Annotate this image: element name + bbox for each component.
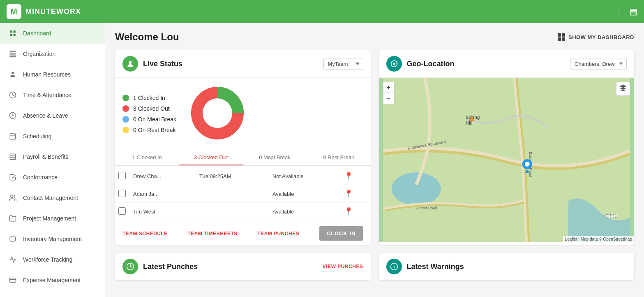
location-pin[interactable]: 📍 xyxy=(344,172,353,180)
geo-location-title-area: Geo-Location xyxy=(386,56,455,72)
legend-label: 3 Clocked Out xyxy=(133,105,170,112)
employee-checkbox[interactable] xyxy=(118,207,126,215)
status-tab[interactable]: 0 Meal Break xyxy=(243,150,307,165)
team-timesheets-link[interactable]: TEAM TIMESHEETS xyxy=(187,231,238,237)
live-status-header: Live Status MyTeamAll Teams xyxy=(115,50,371,78)
human-resources-icon xyxy=(8,70,17,79)
logo-box: M xyxy=(7,4,21,19)
sidebar-item-dashboard[interactable]: Dashboard xyxy=(0,23,105,44)
expense-management-icon xyxy=(8,276,17,285)
sidebar: Dashboard Organization Human Resources T… xyxy=(0,23,105,297)
live-status-body: 1 Clocked In 3 Clocked Out 0 On Meal Bre… xyxy=(115,78,371,150)
employee-table: Drew Cha... Tue 09:25AM Not Available 📍 … xyxy=(115,167,371,220)
scheduling-icon xyxy=(8,132,17,141)
status-tab[interactable]: 0 Rest Break xyxy=(307,150,370,165)
map-inner: Petawawa Boulevard Airport Road Bissmuth… xyxy=(379,78,635,242)
sidebar-item-organization[interactable]: Organization xyxy=(0,44,105,64)
geo-location-header: Geo-Location Chambers, Drew xyxy=(379,50,635,78)
svg-point-21 xyxy=(129,61,132,64)
svg-point-27 xyxy=(391,172,441,205)
map-container[interactable]: Petawawa Boulevard Airport Road Bissmuth… xyxy=(379,78,635,242)
team-dropdown[interactable]: MyTeamAll Teams xyxy=(323,58,363,70)
svg-text:Airport Road: Airport Road xyxy=(416,206,437,210)
sidebar-label-conformance: Conformance xyxy=(23,174,58,181)
sidebar-item-absence-leave[interactable]: Absence & Leave xyxy=(0,105,105,126)
employee-name: Tim West xyxy=(130,203,196,220)
live-status-icon xyxy=(122,56,138,72)
sidebar-item-expense-management[interactable]: Expense Management xyxy=(0,270,105,290)
sidebar-item-project-management[interactable]: Project Management xyxy=(0,208,105,229)
dashboard-grid: Live Status MyTeamAll Teams 1 Clocked In… xyxy=(115,50,634,245)
sidebar-item-workforce-tracking[interactable]: Workforce Tracking xyxy=(0,249,105,270)
svg-text:CR 51: CR 51 xyxy=(605,214,617,218)
logo-area[interactable]: M MINUTEWORX xyxy=(7,4,81,19)
sidebar-label-expense-management: Expense Management xyxy=(23,277,81,283)
map-attribution: Leaflet | Map data © OpenStreetMap xyxy=(563,236,634,242)
conformance-icon xyxy=(8,173,17,182)
legend-label: 0 On Rest Break xyxy=(133,127,176,133)
sidebar-label-dashboard: Dashboard xyxy=(23,30,51,37)
view-punches-link[interactable]: VIEW PUNCHES xyxy=(323,264,363,269)
page-title: Welcome Lou xyxy=(115,31,179,43)
employee-checkbox[interactable] xyxy=(118,190,126,197)
geo-location-title: Geo-Location xyxy=(407,60,455,68)
zoom-out-button[interactable]: − xyxy=(383,93,394,104)
legend-items: 1 Clocked In 3 Clocked Out 0 On Meal Bre… xyxy=(122,95,176,133)
sidebar-label-organization: Organization xyxy=(23,51,55,57)
table-row: Tim West Available 📍 xyxy=(115,203,371,220)
sidebar-item-contact-management[interactable]: Contact Management xyxy=(0,188,105,208)
absence-leave-icon xyxy=(8,111,17,120)
legend-item: 0 On Rest Break xyxy=(122,127,176,133)
project-management-icon xyxy=(8,214,17,223)
contact-management-icon xyxy=(8,193,17,202)
clock-in-button[interactable]: CLOCK IN xyxy=(319,226,363,241)
legend-dot xyxy=(122,116,129,123)
svg-rect-11 xyxy=(10,134,16,139)
status-tab[interactable]: 1 Clocked In xyxy=(115,150,179,165)
latest-warnings-card: i Latest Warnings xyxy=(379,253,635,280)
show-dashboard-button[interactable]: SHOW MY DASHBOARD xyxy=(558,33,634,41)
latest-punches-title-area: Latest Punches xyxy=(122,259,198,274)
location-pin[interactable]: 📍 xyxy=(344,190,353,198)
zoom-in-button[interactable]: + xyxy=(383,82,394,93)
employee-time: Tue 09:25AM xyxy=(196,167,269,185)
status-legend-donut: 1 Clocked In 3 Clocked Out 0 On Meal Bre… xyxy=(122,84,363,144)
sidebar-label-absence-leave: Absence & Leave xyxy=(23,112,68,119)
map-zoom-controls: + − xyxy=(383,82,395,104)
sidebar-item-payroll-benefits[interactable]: Payroll & Benefits xyxy=(0,146,105,167)
more-icon[interactable]: ⋮ xyxy=(615,7,623,16)
sidebar-item-human-resources[interactable]: Human Resources xyxy=(0,64,105,85)
team-punches-link[interactable]: TEAM PUNCHES xyxy=(257,231,299,237)
main-content: Welcome Lou SHOW MY DASHBOARD Live Statu… xyxy=(105,23,644,297)
employee-status: Not Available xyxy=(269,167,341,185)
team-schedule-link[interactable]: TEAM SCHEDULE xyxy=(122,231,168,237)
location-pin[interactable]: 📍 xyxy=(344,207,353,216)
sidebar-item-time-attendance[interactable]: Time & Attendance xyxy=(0,85,105,105)
sidebar-label-project-management: Project Management xyxy=(23,215,76,222)
employee-name: Drew Cha... xyxy=(130,167,196,185)
person-dropdown[interactable]: Chambers, Drew xyxy=(570,58,627,70)
sidebar-item-conformance[interactable]: Conformance xyxy=(0,167,105,188)
svg-rect-0 xyxy=(10,30,12,32)
donut-chart xyxy=(189,84,246,144)
employee-time xyxy=(196,203,269,220)
inventory-management-icon xyxy=(8,234,17,244)
sidebar-label-workforce-tracking: Workforce Tracking xyxy=(23,256,72,263)
map-layer-button[interactable] xyxy=(616,82,630,96)
action-row: TEAM SCHEDULE TEAM TIMESHEETS TEAM PUNCH… xyxy=(115,220,371,245)
employee-name: Adam Ja... xyxy=(130,185,196,203)
employee-time xyxy=(196,185,269,203)
sidebar-item-user-guide[interactable]: User Guide xyxy=(0,290,105,297)
legend-item: 0 On Meal Break xyxy=(122,116,176,123)
svg-rect-7 xyxy=(10,56,16,57)
latest-punches-header: Latest Punches VIEW PUNCHES xyxy=(115,253,371,280)
sidebar-item-inventory-management[interactable]: Inventory Management xyxy=(0,229,105,249)
latest-punches-icon xyxy=(122,259,138,274)
doc-icon[interactable]: ▤ xyxy=(630,7,637,16)
bottom-row: Latest Punches VIEW PUNCHES i Latest War… xyxy=(115,253,634,280)
legend-item: 1 Clocked In xyxy=(122,95,176,101)
employee-checkbox[interactable] xyxy=(118,172,126,179)
sidebar-item-scheduling[interactable]: Scheduling xyxy=(0,126,105,146)
sidebar-label-payroll-benefits: Payroll & Benefits xyxy=(23,153,69,160)
status-tab[interactable]: 3 Clocked Out xyxy=(179,150,242,165)
